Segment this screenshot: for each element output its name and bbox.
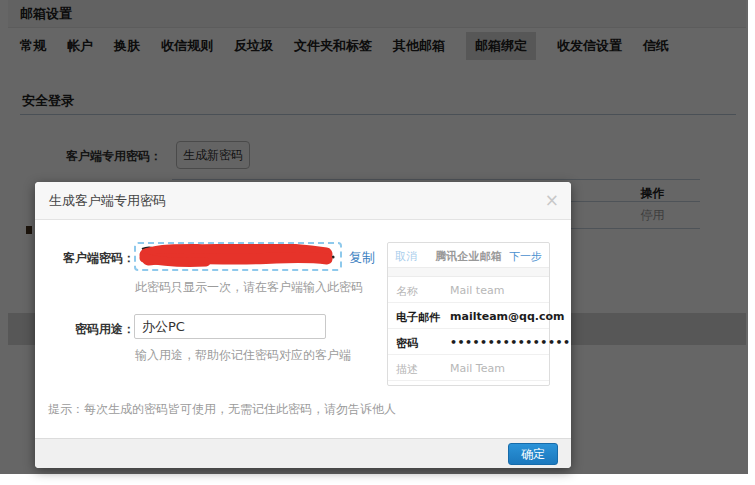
- client-password-box: [134, 242, 342, 271]
- preview-row-1: 名称Mail team: [388, 277, 549, 303]
- screenshot-stage: 邮箱设置 常规帐户换肤收信规则反垃圾文件夹和标签其他邮箱邮箱绑定收发信设置信纸 …: [0, 0, 755, 485]
- generate-password-dialog: 生成客户端专用密码 × 客户端密码： 复制 此密码只显示一次，请在客户端输入此密…: [35, 182, 571, 468]
- preview-row-label: 描述: [396, 362, 418, 377]
- preview-row-label: 名称: [396, 284, 418, 299]
- dialog-header: 生成客户端专用密码 ×: [35, 182, 571, 220]
- close-icon[interactable]: ×: [545, 190, 559, 210]
- preview-gap: [388, 268, 549, 277]
- preview-next-label: 下一步: [509, 249, 542, 264]
- preview-row-3: 密码••••••••••••••••••: [388, 329, 549, 355]
- preview-nav-bar: 取消 腾讯企业邮箱 下一步: [388, 243, 549, 268]
- copy-password-link[interactable]: 复制: [349, 249, 375, 267]
- preview-row-value: ••••••••••••••••••: [450, 336, 571, 349]
- bottom-hint: 提示：每次生成的密码皆可使用，无需记住此密码，请勿告诉他人: [48, 401, 396, 418]
- preview-row-4: 描述Mail Team: [388, 355, 549, 381]
- preview-row-value: Mail Team: [450, 362, 505, 375]
- mail-client-preview: 取消 腾讯企业邮箱 下一步 名称Mail team电子邮件mailteam@qq…: [387, 242, 550, 386]
- password-usage-label: 密码用途：: [47, 321, 135, 338]
- preview-row-value: mailteam@qq.com: [450, 310, 565, 323]
- preview-row-value: Mail team: [450, 284, 504, 297]
- dialog-title: 生成客户端专用密码: [35, 182, 571, 220]
- password-usage-input[interactable]: [134, 314, 326, 339]
- dialog-footer: 确定: [35, 438, 571, 468]
- client-password-label: 客户端密码：: [47, 250, 135, 267]
- preview-row-label: 密码: [396, 336, 418, 351]
- confirm-button[interactable]: 确定: [508, 443, 558, 465]
- preview-rows: 名称Mail team电子邮件mailteam@qq.com密码••••••••…: [388, 277, 549, 381]
- redacted-password-scribble: [136, 244, 340, 269]
- usage-help-note: 输入用途，帮助你记住密码对应的客户端: [135, 347, 351, 364]
- preview-row-label: 电子邮件: [396, 310, 440, 325]
- preview-row-2: 电子邮件mailteam@qq.com: [388, 303, 549, 329]
- password-once-note: 此密码只显示一次，请在客户端输入此密码: [135, 279, 363, 296]
